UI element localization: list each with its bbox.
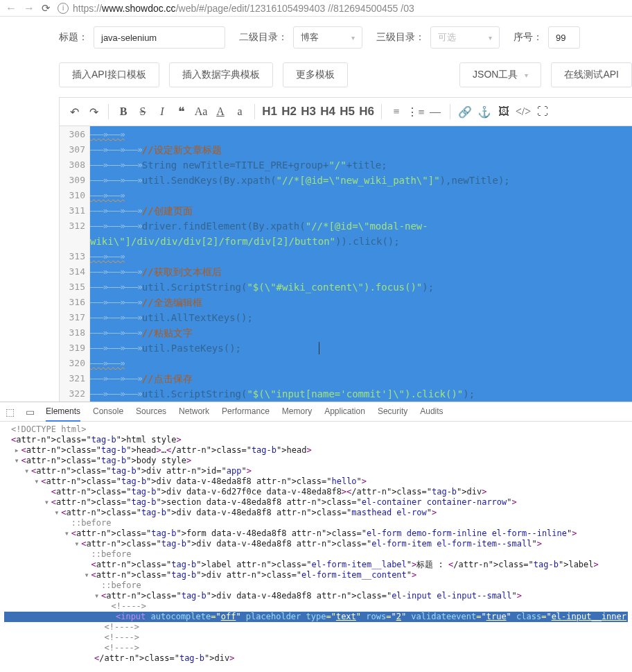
strike-icon[interactable]: S bbox=[134, 103, 152, 121]
font-family-icon[interactable]: a bbox=[231, 103, 249, 121]
cat3-select[interactable]: 可选▾ bbox=[430, 26, 500, 49]
h6-button[interactable]: H6 bbox=[358, 103, 376, 121]
devtools-tab-application[interactable]: Application bbox=[324, 402, 365, 422]
h2-button[interactable]: H2 bbox=[280, 103, 298, 121]
redo-icon[interactable]: ↷ bbox=[85, 103, 103, 121]
ul-icon[interactable]: ≡ bbox=[387, 103, 405, 121]
link-icon[interactable]: 🔗 bbox=[456, 103, 474, 121]
h4-button[interactable]: H4 bbox=[319, 103, 337, 121]
code-icon[interactable]: </> bbox=[514, 103, 532, 121]
test-api-button[interactable]: 在线测试API bbox=[551, 62, 632, 87]
dict-template-button[interactable]: 插入数据字典模板 bbox=[169, 62, 273, 87]
devtools-tabs: ⬚ ▭ ElementsConsoleSourcesNetworkPerform… bbox=[0, 402, 632, 422]
template-button-row: 插入API接口模板 插入数据字典模板 更多模板 JSON工具▾ 在线测试API bbox=[59, 55, 632, 97]
site-info-icon[interactable]: i bbox=[58, 3, 69, 14]
more-template-button[interactable]: 更多模板 bbox=[283, 62, 348, 87]
undo-icon[interactable]: ↶ bbox=[65, 103, 83, 121]
cat2-select[interactable]: 博客▾ bbox=[293, 26, 362, 49]
devtools-tab-memory[interactable]: Memory bbox=[282, 402, 312, 422]
cat2-label: 二级目录： bbox=[239, 31, 288, 44]
devtools-panel: ⬚ ▭ ElementsConsoleSourcesNetworkPerform… bbox=[0, 402, 632, 666]
devtools-tab-network[interactable]: Network bbox=[179, 402, 209, 422]
url-text: https://www.showdoc.cc/web/#/page/edit/1… bbox=[73, 3, 414, 14]
elements-tree[interactable]: <!DOCTYPE html><attr-n">class="tag-b">ht… bbox=[0, 422, 632, 666]
font-color-icon[interactable]: A bbox=[211, 103, 229, 121]
code-content[interactable]: ———»———»———»———»———»//设定新文章标题———»———»———… bbox=[90, 126, 632, 402]
device-icon[interactable]: ▭ bbox=[26, 406, 35, 417]
line-gutter: 306307308309310311312 313314315316317318… bbox=[60, 126, 90, 402]
inspect-icon[interactable]: ⬚ bbox=[6, 406, 15, 417]
chevron-down-icon: ▾ bbox=[351, 34, 355, 42]
expand-icon[interactable]: ⛶ bbox=[534, 103, 552, 121]
chevron-down-icon: ▾ bbox=[525, 71, 528, 79]
page-form-row: 标题： java-selenium 二级目录： 博客▾ 三级目录： 可选▾ 序号… bbox=[59, 17, 632, 55]
devtools-tab-security[interactable]: Security bbox=[378, 402, 407, 422]
h1-button[interactable]: H1 bbox=[261, 103, 279, 121]
anchor-icon[interactable]: ⚓ bbox=[475, 103, 493, 121]
editor-toolbar: ↶ ↷ B S I ❝ Aa A a H1 H2 H3 H4 H5 H6 ≡ ⋮… bbox=[59, 97, 632, 126]
quote-icon[interactable]: ❝ bbox=[173, 103, 191, 121]
h3-button[interactable]: H3 bbox=[299, 103, 317, 121]
italic-icon[interactable]: I bbox=[153, 103, 171, 121]
bold-icon[interactable]: B bbox=[114, 103, 132, 121]
title-input[interactable]: java-selenium bbox=[94, 26, 225, 49]
cat3-label: 三级目录： bbox=[376, 31, 425, 44]
devtools-tab-sources[interactable]: Sources bbox=[136, 402, 166, 422]
seq-input[interactable]: 99 bbox=[548, 26, 580, 49]
devtools-tab-performance[interactable]: Performance bbox=[222, 402, 270, 422]
devtools-tab-console[interactable]: Console bbox=[93, 402, 123, 422]
devtools-tab-elements[interactable]: Elements bbox=[46, 402, 80, 422]
hr-icon[interactable]: — bbox=[426, 103, 444, 121]
title-label: 标题： bbox=[59, 31, 88, 44]
json-tool-button[interactable]: JSON工具▾ bbox=[459, 62, 541, 87]
url-bar[interactable]: i https://www.showdoc.cc/web/#/page/edit… bbox=[58, 3, 626, 14]
ol-icon[interactable]: ⋮≡ bbox=[407, 103, 425, 121]
seq-label: 序号： bbox=[514, 31, 543, 44]
h5-button[interactable]: H5 bbox=[338, 103, 356, 121]
font-size-icon[interactable]: Aa bbox=[192, 103, 210, 121]
back-icon[interactable]: ← bbox=[6, 2, 17, 15]
reload-icon[interactable]: ⟳ bbox=[42, 2, 51, 15]
forward-icon: → bbox=[24, 2, 35, 15]
chevron-down-icon: ▾ bbox=[489, 34, 492, 42]
devtools-tab-audits[interactable]: Audits bbox=[420, 402, 443, 422]
image-icon[interactable]: 🖼 bbox=[495, 103, 513, 121]
code-editor[interactable]: 306307308309310311312 313314315316317318… bbox=[59, 126, 632, 402]
api-template-button[interactable]: 插入API接口模板 bbox=[59, 62, 159, 87]
browser-nav-bar: ← → ⟳ i https://www.showdoc.cc/web/#/pag… bbox=[0, 0, 632, 17]
